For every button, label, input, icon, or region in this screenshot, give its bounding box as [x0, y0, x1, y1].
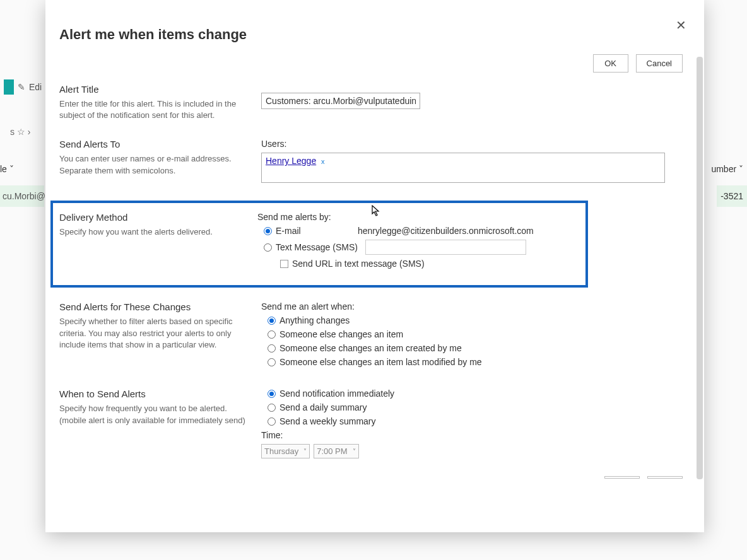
- email-value: henrylegge@citizenbuilders.onmicrosoft.c…: [358, 226, 534, 236]
- when-heading: When to Send Alerts: [59, 388, 250, 399]
- alert-dialog: Alert me when items change ✕ OK Cancel A…: [45, 0, 704, 532]
- section-when: When to Send Alerts Specify how frequent…: [59, 388, 683, 458]
- changes-opt4-label: Someone else changes an item last modifi…: [279, 357, 482, 367]
- changes-opt2-radio[interactable]: [268, 330, 276, 339]
- changes-desc: Specify whether to filter alerts based o…: [59, 316, 250, 351]
- dialog-header: Alert me when items change ✕: [45, 0, 704, 49]
- when-opt3-radio[interactable]: [268, 417, 276, 426]
- day-select-value: Thursday: [264, 446, 298, 456]
- cancel-button-bottom[interactable]: [647, 476, 683, 479]
- email-radio[interactable]: [264, 227, 272, 235]
- bg-toolbar: ✎ Edi: [0, 76, 44, 98]
- bg-column-dropdown: le ˅: [0, 164, 14, 174]
- when-opt3-label: Send a weekly summary: [279, 416, 376, 426]
- chevron-down-icon: ˅: [353, 448, 356, 455]
- time-select[interactable]: 7:00 PM ˅: [314, 444, 358, 458]
- dialog-button-row-bottom: [59, 476, 683, 479]
- section-delivery-method: Delivery Method Specify how you want the…: [50, 201, 588, 288]
- close-icon[interactable]: ✕: [676, 18, 686, 33]
- dialog-title: Alert me when items change: [59, 26, 247, 43]
- send-url-label: Send URL in text message (SMS): [292, 259, 425, 269]
- pencil-icon: ✎: [18, 82, 25, 92]
- when-desc: Specify how frequently you want to be al…: [59, 403, 250, 426]
- section-send-to: Send Alerts To You can enter user names …: [59, 139, 683, 183]
- when-opt2-label: Send a daily summary: [279, 402, 367, 412]
- delivery-desc: Specify how you want the alerts delivere…: [59, 226, 246, 238]
- sms-radio-label: Text Message (SMS): [276, 242, 358, 252]
- dialog-scrollbar[interactable]: [697, 57, 703, 523]
- person-remove-icon[interactable]: x: [321, 158, 325, 165]
- cancel-button[interactable]: Cancel: [636, 54, 683, 73]
- time-select-value: 7:00 PM: [317, 446, 347, 456]
- changes-opt1-label: Anything changes: [279, 315, 350, 325]
- time-label: Time:: [261, 430, 683, 440]
- email-radio-label: E-mail: [276, 226, 336, 236]
- day-select[interactable]: Thursday ˅: [261, 444, 310, 458]
- send-url-checkbox[interactable]: [280, 260, 288, 268]
- bg-column-header-right: umber ˅: [711, 164, 743, 174]
- ok-button[interactable]: OK: [593, 54, 628, 73]
- when-opt1-radio[interactable]: [268, 390, 276, 398]
- alert-title-desc: Enter the title for this alert. This is …: [59, 98, 250, 121]
- section-changes: Send Alerts for These Changes Specify wh…: [59, 301, 683, 371]
- changes-heading: Send Alerts for These Changes: [59, 301, 250, 312]
- section-alert-title: Alert Title Enter the title for this ale…: [59, 84, 683, 121]
- changes-opt4-radio[interactable]: [268, 358, 276, 366]
- when-opt2-radio[interactable]: [268, 404, 276, 412]
- changes-opt2-label: Someone else changes an item: [279, 329, 403, 339]
- alert-title-input[interactable]: [261, 93, 420, 109]
- ok-button-bottom[interactable]: [604, 476, 640, 479]
- bg-selected-row-right: -3521: [717, 185, 747, 207]
- bg-selected-row-left: cu.Morbi@: [0, 185, 44, 207]
- scrollbar-thumb[interactable]: [697, 57, 703, 479]
- alert-when-label: Send me an alert when:: [261, 301, 683, 312]
- dialog-button-row-top: OK Cancel: [59, 54, 683, 73]
- when-opt1-label: Send notification immediately: [279, 388, 394, 399]
- send-by-label: Send me alerts by:: [257, 212, 577, 222]
- alert-title-heading: Alert Title: [59, 84, 250, 95]
- sms-phone-input[interactable]: [365, 240, 526, 255]
- person-tag[interactable]: Henry Legge: [266, 156, 316, 166]
- chevron-down-icon: ˅: [303, 448, 307, 455]
- bg-edit-label: Edi: [29, 82, 42, 92]
- changes-opt3-radio[interactable]: [268, 344, 276, 353]
- changes-opt1-radio[interactable]: [268, 317, 276, 325]
- users-label: Users:: [261, 139, 683, 149]
- dialog-body: OK Cancel Alert Title Enter the title fo…: [45, 54, 697, 526]
- delivery-heading: Delivery Method: [59, 212, 246, 223]
- send-to-desc: You can enter user names or e-mail addre…: [59, 153, 250, 176]
- sms-radio[interactable]: [264, 243, 272, 252]
- users-people-picker[interactable]: Henry Legge x: [261, 153, 665, 183]
- bg-teal-block: [4, 79, 14, 95]
- changes-opt3-label: Someone else changes an item created by …: [279, 343, 462, 353]
- send-to-heading: Send Alerts To: [59, 139, 250, 149]
- bg-star-breadcrumb: s ☆ ›: [10, 127, 30, 137]
